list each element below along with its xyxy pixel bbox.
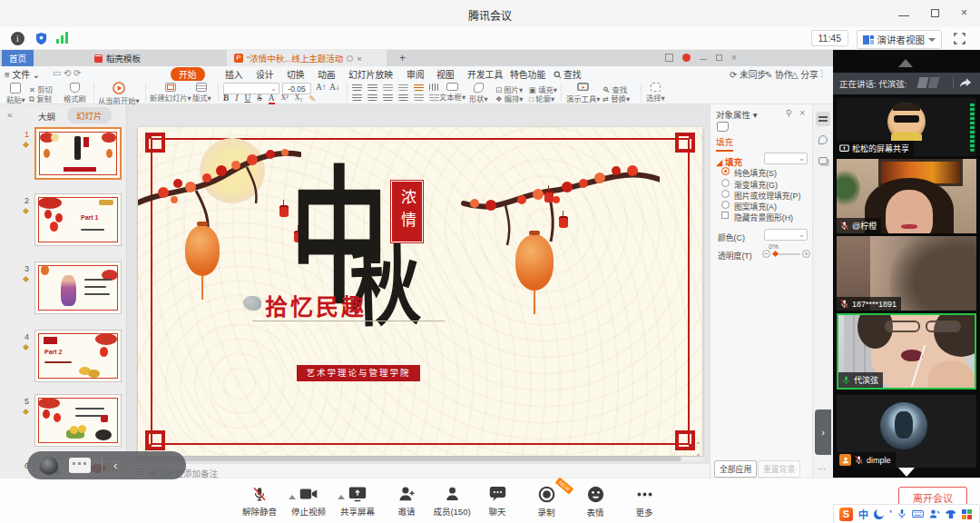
transparency-plus[interactable]: + — [802, 250, 810, 258]
menu-animation[interactable]: 动画 — [318, 68, 336, 81]
wps-close-icon[interactable]: × — [731, 53, 737, 63]
invite-button[interactable]: 邀请 — [381, 486, 432, 518]
sogou-logo-icon[interactable]: S — [839, 508, 853, 521]
align-right-icon[interactable] — [383, 94, 393, 101]
shrink-font-icon[interactable]: A↓ — [329, 83, 340, 92]
format-painter-button[interactable]: 格式刷 — [64, 83, 86, 104]
highlight-button[interactable]: ✎ — [309, 94, 316, 104]
properties-strip-icon[interactable] — [816, 112, 830, 126]
fill-tab[interactable]: 填充 — [716, 135, 733, 152]
panel-toggle-chevron[interactable]: › — [815, 410, 831, 455]
close-icon[interactable]: × — [961, 8, 967, 17]
ime-keyboard-icon[interactable] — [912, 509, 924, 518]
subscript-button[interactable]: X₂ — [295, 94, 303, 104]
menu-view[interactable]: 视图 — [436, 68, 455, 81]
ime-moon-icon[interactable] — [874, 509, 884, 519]
scroll-down-icon[interactable] — [898, 468, 915, 477]
emoji-button[interactable]: 表情 — [570, 486, 621, 518]
find-menu[interactable]: 查找 — [554, 68, 582, 81]
menu-review[interactable]: 审阅 — [407, 68, 425, 81]
participant-tile-speaking[interactable]: 代滨弦 — [837, 313, 976, 390]
scroll-up-icon[interactable] — [898, 59, 913, 67]
collapse-panel-icon[interactable]: « — [7, 110, 13, 120]
annotation-toolbar[interactable]: ‹ — [27, 451, 186, 479]
network-signal-icon[interactable] — [56, 32, 68, 44]
share-button[interactable]: △ 分享 — [791, 68, 818, 81]
sync-status[interactable]: ⟳ 未同步 — [730, 68, 766, 81]
meeting-info-icon[interactable]: i — [11, 32, 24, 45]
line-spacing-icon[interactable] — [414, 84, 424, 91]
arrange-button[interactable]: ❖ 编排▾ — [495, 93, 524, 104]
radio-gradient-fill[interactable] — [721, 179, 730, 187]
chat-button[interactable]: 聊天 — [472, 486, 523, 518]
tab-close-icon[interactable]: × — [357, 54, 362, 64]
outdent-icon[interactable] — [383, 84, 393, 91]
copy-button[interactable]: ⧉ 复制 — [29, 93, 52, 104]
prev-slide-icon[interactable]: ⌃ — [695, 441, 701, 449]
checkbox-hide-background[interactable] — [721, 212, 729, 219]
menu-transition[interactable]: 切换 — [287, 68, 305, 81]
fill-type-select[interactable]: ⌄ — [764, 153, 808, 164]
columns-icon[interactable] — [414, 94, 424, 101]
file-menu[interactable]: ≡ 文件 ⌄ — [5, 68, 40, 81]
menu-home[interactable]: 开始 — [171, 67, 205, 82]
slide-editor[interactable]: 中 秋 浓情 拾忆民趣 艺术学理论与管理学院 — [138, 127, 702, 456]
tab-pin-icon[interactable] — [347, 55, 353, 62]
thumbnail-slide-4[interactable]: Part 2 — [34, 330, 122, 382]
paste-button[interactable]: 粘贴▾ — [6, 83, 25, 104]
panel-close-icon[interactable]: × — [799, 108, 805, 118]
strip-more-icon[interactable]: ⋯ — [818, 464, 827, 474]
tab-slides[interactable]: 幻灯片 — [67, 107, 112, 123]
share-screen-button[interactable]: 共享屏幕 — [332, 486, 383, 518]
new-slide-button[interactable]: 新建幻灯片▾ — [150, 83, 191, 103]
whiteboard-pill-icon[interactable] — [69, 458, 91, 473]
thumbnail-slide-5[interactable] — [34, 394, 122, 447]
thumbnail-slide-2[interactable]: Part 1 — [34, 193, 122, 246]
camera-pill-icon[interactable] — [40, 457, 58, 475]
apply-all-button[interactable]: 全部应用 — [714, 460, 757, 478]
thumbnail-slide-1[interactable] — [34, 127, 122, 180]
participant-tile[interactable]: dimple — [837, 395, 976, 468]
tab-document[interactable]: P "浓情中秋...线上主题活动 × — [227, 50, 387, 66]
textbox-button[interactable]: 文本框▾ — [439, 83, 466, 102]
play-from-current-button[interactable]: 从当前开始▾ — [98, 82, 140, 105]
transparency-slider[interactable] — [773, 253, 800, 255]
outline-button[interactable]: □ 轮廓▾ — [529, 93, 554, 104]
ime-chinese-icon[interactable]: 中 — [858, 507, 868, 521]
unmute-button[interactable]: 解除静音 — [234, 486, 285, 518]
indent-icon[interactable] — [398, 84, 408, 91]
select-button[interactable]: 选择▾ — [646, 83, 665, 103]
new-tab-icon[interactable]: + — [399, 52, 406, 64]
font-color-button[interactable]: A — [269, 94, 275, 104]
transparency-minus[interactable]: − — [762, 250, 770, 258]
minimize-icon[interactable] — [898, 8, 909, 16]
menu-design[interactable]: 设计 — [256, 68, 274, 81]
more-menu-icon[interactable]: ⋮ — [818, 68, 827, 78]
ime-mic-icon[interactable] — [897, 508, 906, 519]
layout-button[interactable]: 版式▾ — [192, 83, 211, 103]
ime-toolbox-icon[interactable] — [962, 509, 972, 519]
layout-view-button[interactable]: 演讲者视图 — [857, 30, 943, 49]
present-tools-button[interactable]: 演示工具▾ — [566, 83, 600, 104]
participant-tile[interactable]: 松松的屏幕共享 — [837, 98, 976, 156]
fullscreen-icon[interactable] — [954, 33, 965, 44]
horizontal-scrollbar[interactable] — [132, 457, 703, 461]
ime-toolbar[interactable]: S 中 ’ — [833, 504, 980, 523]
wps-restore-icon[interactable] — [716, 54, 722, 61]
underline-button[interactable]: U — [245, 94, 251, 104]
next-slide-icon[interactable]: ⌄ — [695, 449, 701, 458]
ime-skin-icon[interactable] — [946, 509, 956, 519]
stop-video-button[interactable]: 停止视频 — [283, 486, 334, 518]
replace-button[interactable]: ⇄ 替换▾ — [603, 93, 630, 104]
wps-minimize-icon[interactable] — [700, 55, 707, 60]
strikethrough-button[interactable]: S — [257, 94, 261, 104]
menu-slideshow[interactable]: 幻灯片放映 — [348, 68, 393, 81]
ime-handwrite-icon[interactable] — [929, 508, 940, 519]
radio-picture-fill[interactable] — [721, 190, 730, 198]
menu-devtools[interactable]: 开发工具 — [467, 68, 503, 81]
reset-background-button[interactable]: 重置背景 — [758, 460, 800, 478]
bold-button[interactable]: B — [223, 94, 229, 104]
shape-button[interactable]: 形状▾ — [469, 83, 488, 104]
tab-wps-home[interactable]: 首页 — [2, 50, 34, 66]
numbering-icon[interactable] — [368, 84, 377, 91]
